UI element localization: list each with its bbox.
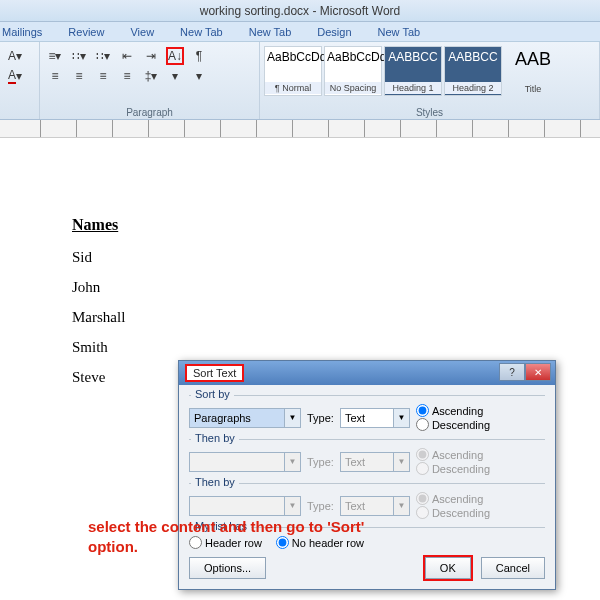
multilevel-btn[interactable]: ∷▾ (94, 47, 112, 65)
instruction-text: select the content and then go to 'Sort'… (88, 517, 408, 556)
dialog-title: Sort Text (185, 364, 244, 382)
name-row[interactable]: Steve (72, 362, 125, 392)
names-header: Names (72, 216, 125, 234)
thenby2-type-combo: Text▼ (340, 496, 410, 516)
styles-group-label: Styles (260, 107, 599, 118)
type-label: Type: (307, 500, 334, 512)
chevron-down-icon: ▼ (393, 453, 409, 471)
sortby-type-combo[interactable]: Text▼ (340, 408, 410, 428)
sort-btn[interactable]: A↓ (166, 47, 184, 65)
inc-indent-btn[interactable]: ⇥ (142, 47, 160, 65)
thenby1-label: Then by (191, 432, 239, 444)
bullets-btn[interactable]: ≡▾ (46, 47, 64, 65)
font-size-btn[interactable]: A▾ (6, 47, 24, 65)
align-left-btn[interactable]: ≡ (46, 67, 64, 85)
asc-radio-2: Ascending (416, 448, 490, 461)
document-area: Names Sid John Marshall Smith Steve Sort… (0, 138, 600, 580)
line-spacing-btn[interactable]: ‡▾ (142, 67, 160, 85)
desc-radio[interactable]: Descending (416, 418, 490, 431)
tab-design[interactable]: Design (317, 26, 351, 38)
cancel-button[interactable]: Cancel (481, 557, 545, 579)
tab-view[interactable]: View (130, 26, 154, 38)
sortby-label: Sort by (191, 388, 234, 400)
thenby2-field-combo: ▼ (189, 496, 301, 516)
dec-indent-btn[interactable]: ⇤ (118, 47, 136, 65)
tab-new2[interactable]: New Tab (249, 26, 292, 38)
type-label: Type: (307, 456, 334, 468)
align-right-btn[interactable]: ≡ (94, 67, 112, 85)
paragraph-group-label: Paragraph (40, 107, 259, 118)
ribbon-tabs: Mailings Review View New Tab New Tab Des… (0, 22, 600, 42)
asc-radio-3: Ascending (416, 492, 490, 505)
chevron-down-icon[interactable]: ▼ (393, 409, 409, 427)
tab-mailings[interactable]: Mailings (2, 26, 42, 38)
name-row[interactable]: Sid (72, 242, 125, 272)
help-icon[interactable]: ? (499, 363, 525, 381)
style-heading1[interactable]: AABBCCHeading 1 (384, 46, 442, 96)
close-icon[interactable]: ✕ (525, 363, 551, 381)
style-heading2[interactable]: AABBCCHeading 2 (444, 46, 502, 96)
names-column: Names Sid John Marshall Smith Steve (72, 216, 125, 392)
name-row[interactable]: John (72, 272, 125, 302)
style-title[interactable]: AABTitle (504, 46, 562, 96)
ribbon: A▾ A▾ ≡▾ ∷▾ ∷▾ ⇤ ⇥ A↓ ¶ ≡ ≡ ≡ ≡ ‡▾ ▾ ▾ P… (0, 42, 600, 120)
chevron-down-icon: ▼ (284, 453, 300, 471)
tab-review[interactable]: Review (68, 26, 104, 38)
thenby2-label: Then by (191, 476, 239, 488)
justify-btn[interactable]: ≡ (118, 67, 136, 85)
align-center-btn[interactable]: ≡ (70, 67, 88, 85)
borders-btn[interactable]: ▾ (190, 67, 208, 85)
window-title: working sorting.docx - Microsoft Word (0, 0, 600, 22)
chevron-down-icon: ▼ (393, 497, 409, 515)
dialog-titlebar[interactable]: Sort Text ? ✕ (179, 361, 555, 385)
options-button[interactable]: Options... (189, 557, 266, 579)
name-row[interactable]: Smith (72, 332, 125, 362)
name-row[interactable]: Marshall (72, 302, 125, 332)
desc-radio-3: Descending (416, 506, 490, 519)
numbering-btn[interactable]: ∷▾ (70, 47, 88, 65)
font-color-btn[interactable]: A▾ (6, 67, 24, 85)
thenby1-type-combo: Text▼ (340, 452, 410, 472)
ok-button[interactable]: OK (425, 557, 471, 579)
chevron-down-icon: ▼ (284, 497, 300, 515)
shading-btn[interactable]: ▾ (166, 67, 184, 85)
show-hide-btn[interactable]: ¶ (190, 47, 208, 65)
style-normal[interactable]: AaBbCcDdE¶ Normal (264, 46, 322, 96)
asc-radio[interactable]: Ascending (416, 404, 490, 417)
thenby1-field-combo: ▼ (189, 452, 301, 472)
sortby-field-combo[interactable]: Paragraphs▼ (189, 408, 301, 428)
tab-new1[interactable]: New Tab (180, 26, 223, 38)
ruler[interactable] (0, 120, 600, 138)
type-label: Type: (307, 412, 334, 424)
style-nospacing[interactable]: AaBbCcDdENo Spacing (324, 46, 382, 96)
tab-new3[interactable]: New Tab (378, 26, 421, 38)
desc-radio-2: Descending (416, 462, 490, 475)
chevron-down-icon[interactable]: ▼ (284, 409, 300, 427)
